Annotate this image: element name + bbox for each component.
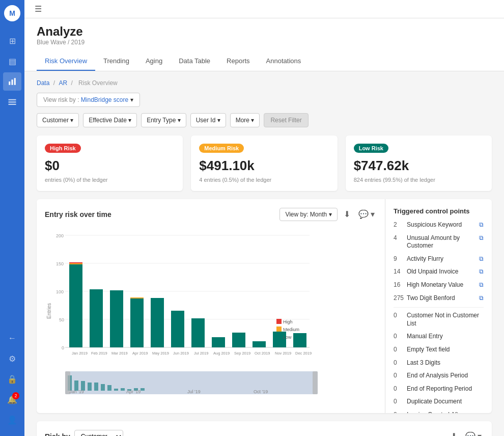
cp-link-high-monetary[interactable]: ⧉ [479, 281, 484, 288]
svg-rect-65 [313, 371, 318, 394]
high-risk-badge: High Risk [45, 144, 81, 153]
breadcrumb-data[interactable]: Data [37, 79, 49, 87]
tab-bar: Risk Overview Trending Aging Data Table … [37, 52, 492, 71]
cp-item-invoice-effective: 0 Invoice Created After Effective Date [394, 411, 484, 413]
page-header: Analyze Blue Wave / 2019 Risk Overview T… [24, 18, 504, 71]
cp-item-activity-flurry: 9 Activity Flurry ⧉ [394, 255, 484, 263]
chart-comment-button[interactable]: 💬 ▾ [356, 207, 377, 221]
chart-brush[interactable]: Jan '19 Apr '19 Jul '19 Oct '19 [65, 371, 377, 396]
cp-item-suspicious-keyword: 2 Suspicious Keyword ⧉ [394, 221, 484, 229]
view-risk-button[interactable]: View risk by : MindBridge score ▾ [37, 93, 140, 107]
high-risk-desc: entries (0%) of the ledger [45, 177, 175, 183]
cp-link-activity[interactable]: ⧉ [479, 255, 484, 262]
breadcrumb: Data / AR / Risk Overview [37, 79, 492, 87]
cp-divider [394, 307, 484, 308]
content-area: Data / AR / Risk Overview View risk by :… [24, 71, 504, 436]
user-id-filter[interactable]: User Id ▾ [190, 113, 226, 127]
risk-by-section: Risk by Customer Entry Type User Id ⬇ 💬 … [37, 421, 492, 436]
risk-by-controls: ⬇ 💬 ▾ [449, 429, 484, 436]
tab-annotations[interactable]: Annotations [258, 52, 310, 71]
svg-text:0: 0 [62, 345, 64, 350]
customer-filter[interactable]: Customer ▾ [37, 113, 79, 127]
view-by-month-button[interactable]: View by: Month ▾ [279, 208, 337, 221]
svg-text:Nov 2019: Nov 2019 [275, 351, 291, 356]
user-icon[interactable]: 👤 [3, 411, 21, 429]
medium-risk-card: Medium Risk $491.10k 4 entries (0.5%) of… [191, 135, 337, 191]
app-logo[interactable]: M [4, 5, 20, 21]
back-icon[interactable]: ← [3, 329, 21, 347]
medium-risk-badge: Medium Risk [199, 144, 244, 153]
chart-icon[interactable] [3, 72, 21, 91]
svg-rect-1 [12, 79, 13, 85]
bar-chart: 200 150 100 50 0 Entries [45, 227, 320, 370]
notification-icon[interactable]: 🔔 2 [3, 390, 21, 408]
tab-risk-overview[interactable]: Risk Overview [37, 52, 95, 71]
high-risk-amount: $0 [45, 158, 175, 174]
tab-data-table[interactable]: Data Table [171, 52, 218, 71]
svg-rect-32 [191, 318, 205, 347]
svg-text:Oct 2019: Oct 2019 [255, 351, 270, 356]
breadcrumb-sep2: / [71, 79, 74, 87]
svg-text:High: High [283, 319, 293, 324]
cp-item-high-monetary: 16 High Monetary Value ⧉ [394, 281, 484, 289]
breadcrumb-current: Risk Overview [78, 79, 118, 87]
cp-item-not-in-list: 0 Customer Not in Customer List [394, 312, 484, 328]
svg-text:Feb 2019: Feb 2019 [91, 351, 107, 356]
home-icon[interactable]: ⊞ [3, 32, 21, 50]
tab-reports[interactable]: Reports [218, 52, 258, 71]
view-risk-label: View risk by : [43, 96, 81, 103]
svg-text:Jul 2019: Jul 2019 [194, 351, 208, 356]
svg-text:Apr '19: Apr '19 [126, 389, 141, 394]
low-risk-desc: 824 entries (99.5%) of the ledger [354, 177, 484, 183]
medium-risk-amount: $491.10k [199, 158, 329, 174]
cp-link-unusual[interactable]: ⧉ [479, 234, 484, 241]
low-risk-card: Low Risk $747.62k 824 entries (99.5%) of… [346, 135, 492, 191]
cp-item-end-analysis: 0 End of Analysis Period [394, 372, 484, 380]
risk-by-comment-button[interactable]: 💬 ▾ [463, 429, 484, 436]
chart-svg-wrapper: 200 150 100 50 0 Entries [45, 227, 377, 396]
svg-text:Jan '19: Jan '19 [69, 389, 84, 394]
svg-rect-19 [69, 264, 82, 347]
breadcrumb-ar[interactable]: AR [59, 79, 67, 87]
lock-icon[interactable]: 🔒 [3, 370, 21, 388]
svg-text:Aug 2019: Aug 2019 [213, 351, 230, 356]
hamburger-icon[interactable]: ☰ [35, 4, 42, 14]
cp-item-two-digit: 275 Two Digit Benford ⧉ [394, 294, 484, 303]
more-filter[interactable]: More ▾ [230, 113, 260, 127]
cp-link-two-digit[interactable]: ⧉ [479, 294, 484, 302]
cp-item-last-3-digits: 0 Last 3 Digits [394, 359, 484, 367]
cp-link-suspicious[interactable]: ⧉ [479, 221, 484, 228]
svg-rect-4 [9, 101, 16, 102]
low-risk-amount: $747.62k [354, 158, 484, 174]
table-icon[interactable]: ▤ [3, 52, 21, 70]
effective-date-filter[interactable]: Effective Date ▾ [83, 113, 137, 127]
cp-link-old-unpaid[interactable]: ⧉ [479, 268, 484, 275]
risk-cards: High Risk $0 entries (0%) of the ledger … [37, 135, 492, 191]
settings-icon[interactable]: ⚙ [3, 349, 21, 368]
svg-rect-5 [9, 104, 16, 105]
cp-title: Triggered control points [394, 207, 484, 215]
svg-rect-38 [253, 341, 266, 347]
cp-item-empty-text: 0 Empty Text field [394, 346, 484, 354]
layers-icon[interactable] [3, 93, 21, 111]
risk-by-select[interactable]: Customer Entry Type User Id [74, 430, 123, 437]
risk-by-download-button[interactable]: ⬇ [449, 429, 459, 436]
sidebar: M ⊞ ▤ ← ⚙ 🔒 🔔 2 👤 [0, 0, 24, 436]
cp-item-manual-entry: 0 Manual Entry [394, 333, 484, 341]
svg-rect-25 [130, 297, 144, 298]
svg-text:Medium: Medium [283, 327, 299, 332]
entry-type-filter[interactable]: Entry Type ▾ [141, 113, 186, 127]
svg-rect-44 [276, 319, 282, 324]
tab-aging[interactable]: Aging [137, 52, 171, 71]
svg-text:Apr 2019: Apr 2019 [132, 351, 148, 356]
view-risk-value: MindBridge score [81, 96, 128, 103]
svg-rect-34 [212, 337, 225, 347]
reset-filter-button[interactable]: Reset Filter [264, 113, 308, 127]
svg-rect-28 [151, 298, 164, 347]
chart-controls: View by: Month ▾ ⬇ 💬 ▾ [279, 207, 377, 221]
chart-panel: Entry risk over time View by: Month ▾ ⬇ … [37, 199, 492, 413]
cp-item-duplicate-doc: 0 Duplicate Document [394, 398, 484, 406]
chart-download-button[interactable]: ⬇ [342, 207, 352, 221]
svg-rect-17 [69, 262, 82, 263]
tab-trending[interactable]: Trending [95, 52, 137, 71]
